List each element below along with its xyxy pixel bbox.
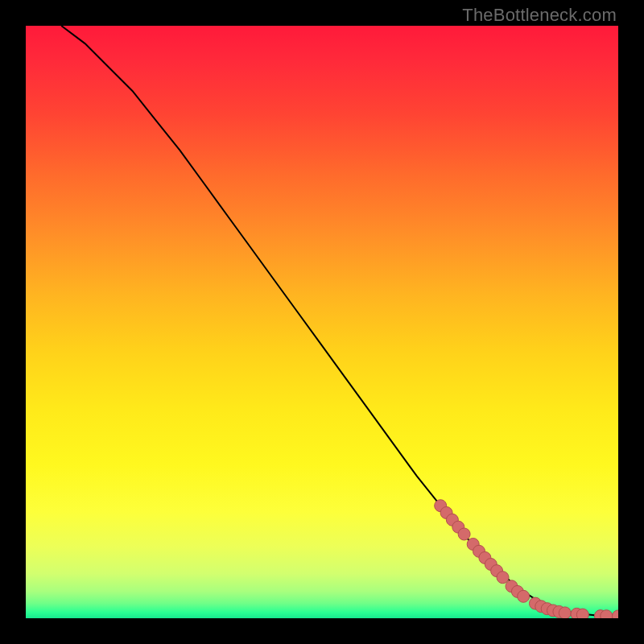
data-marker (518, 590, 530, 602)
data-marker (576, 609, 588, 618)
data-marker (601, 610, 613, 618)
data-marker (497, 572, 509, 584)
gradient-background (26, 26, 618, 618)
chart-frame (26, 26, 618, 618)
watermark-text: TheBottleneck.com (462, 5, 617, 26)
data-marker (559, 607, 571, 618)
data-marker (458, 528, 470, 540)
chart-svg (26, 26, 618, 618)
